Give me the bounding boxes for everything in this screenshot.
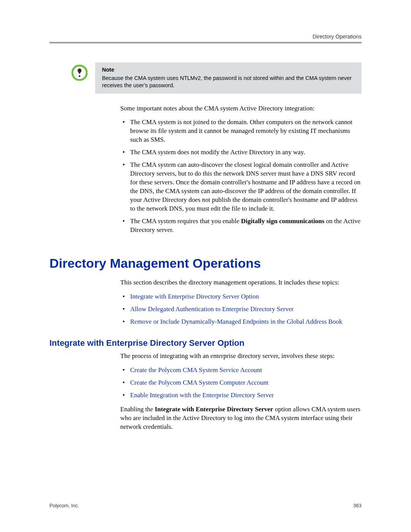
list-item: Integrate with Enterprise Directory Serv… xyxy=(120,292,362,301)
list-item: The CMA system is not joined to the doma… xyxy=(120,118,362,144)
content-block-2: This section describes the directory man… xyxy=(120,278,362,326)
subsection-intro-paragraph: The process of integrating with an enter… xyxy=(120,352,362,361)
subsection-heading: Integrate with Enterprise Directory Serv… xyxy=(49,338,362,348)
list-item: The CMA system does not modify the Activ… xyxy=(120,148,362,157)
list-item: Remove or Include Dynamically-Managed En… xyxy=(120,318,362,326)
note-box: Note Because the CMA system uses NTLMv2,… xyxy=(95,62,362,94)
content-block-1: Some important notes about the CMA syste… xyxy=(120,104,362,235)
list-item: Create the Polycom CMA System Computer A… xyxy=(120,379,362,387)
text-run: Enabling the xyxy=(120,406,155,413)
list-item: The CMA system can auto-discover the clo… xyxy=(120,161,362,213)
content-block-3: The process of integrating with an enter… xyxy=(120,352,362,431)
list-item: The CMA system requires that you enable … xyxy=(120,217,362,235)
list-item: Enable Integration with the Enterprise D… xyxy=(120,391,362,400)
section-links-list: Integrate with Enterprise Directory Serv… xyxy=(120,292,362,326)
page-footer: Polycom, Inc. 363 xyxy=(49,503,362,508)
link-integrate-option[interactable]: Integrate with Enterprise Directory Serv… xyxy=(130,293,259,300)
intro-paragraph: Some important notes about the CMA syste… xyxy=(120,104,362,113)
link-remove-include-endpoints[interactable]: Remove or Include Dynamically-Managed En… xyxy=(130,318,342,325)
note-title: Note xyxy=(102,66,355,73)
bold-text: Integrate with Enterprise Directory Serv… xyxy=(155,406,273,413)
section-intro-paragraph: This section describes the directory man… xyxy=(120,278,362,287)
section-heading: Directory Management Operations xyxy=(49,256,362,271)
running-header: Directory Operations xyxy=(49,34,362,40)
subsection-links-list: Create the Polycom CMA System Service Ac… xyxy=(120,366,362,400)
list-item: Create the Polycom CMA System Service Ac… xyxy=(120,366,362,375)
svg-point-1 xyxy=(79,75,81,77)
footer-company: Polycom, Inc. xyxy=(49,503,79,508)
page: Directory Operations Note Because the CM… xyxy=(0,0,411,532)
footer-page-number: 363 xyxy=(353,503,362,508)
bold-text: Digitally sign communications xyxy=(241,217,324,225)
link-create-service-account[interactable]: Create the Polycom CMA System Service Ac… xyxy=(130,366,262,374)
note-body: Because the CMA system uses NTLMv2, the … xyxy=(102,75,355,89)
closing-paragraph: Enabling the Integrate with Enterprise D… xyxy=(120,405,362,431)
header-rule xyxy=(49,42,362,43)
link-allow-delegated-auth[interactable]: Allow Delegated Authentication to Enterp… xyxy=(130,305,294,313)
link-enable-integration[interactable]: Enable Integration with the Enterprise D… xyxy=(130,391,274,399)
link-create-computer-account[interactable]: Create the Polycom CMA System Computer A… xyxy=(130,379,269,386)
note-icon xyxy=(72,65,88,81)
text-run: The CMA system requires that you enable xyxy=(130,217,241,225)
list-item: Allow Delegated Authentication to Enterp… xyxy=(120,305,362,314)
notes-bullet-list: The CMA system is not joined to the doma… xyxy=(120,118,362,234)
